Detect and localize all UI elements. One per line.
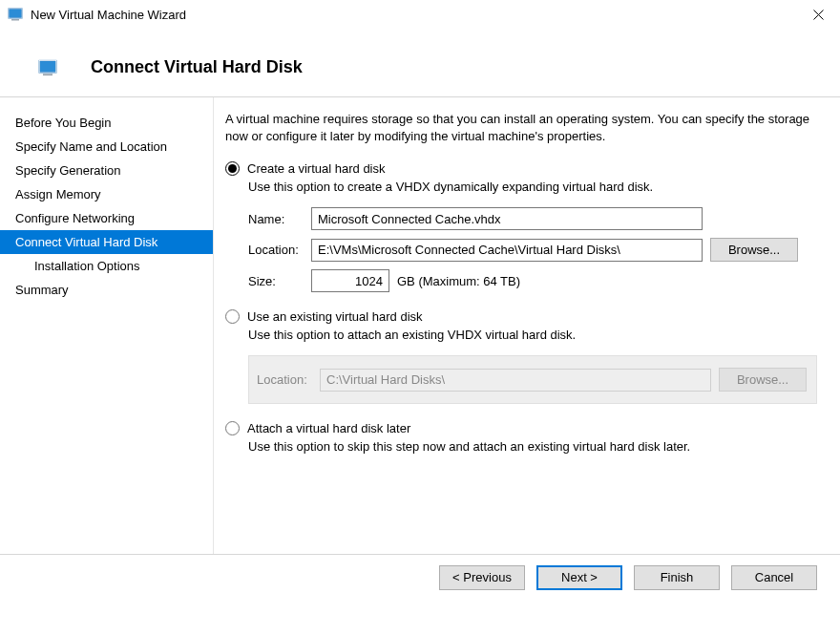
close-button[interactable] bbox=[796, 0, 840, 29]
name-label: Name: bbox=[248, 212, 311, 226]
close-icon bbox=[813, 10, 824, 20]
sidebar-item-0[interactable]: Before You Begin bbox=[0, 111, 213, 135]
name-input[interactable] bbox=[311, 207, 703, 230]
previous-button[interactable]: < Previous bbox=[439, 565, 525, 590]
existing-location-label: Location: bbox=[257, 372, 320, 387]
sidebar-item-7[interactable]: Summary bbox=[0, 278, 213, 302]
option-existing-vhd-desc: Use this option to attach an existing VH… bbox=[248, 328, 817, 342]
wizard-footer: < Previous Next > Finish Cancel bbox=[0, 554, 840, 600]
radio-existing-vhd[interactable] bbox=[225, 309, 240, 324]
titlebar: New Virtual Machine Wizard bbox=[0, 0, 840, 29]
cancel-button[interactable]: Cancel bbox=[731, 565, 817, 590]
wizard-content: A virtual machine requires storage so th… bbox=[214, 97, 840, 554]
size-label: Size: bbox=[248, 274, 311, 288]
app-icon bbox=[8, 7, 23, 22]
svg-rect-7 bbox=[43, 74, 52, 75]
sidebar-item-6[interactable]: Installation Options bbox=[0, 254, 213, 278]
svg-rect-0 bbox=[9, 9, 22, 18]
sidebar-item-5[interactable]: Connect Virtual Hard Disk bbox=[0, 230, 213, 254]
existing-location-input bbox=[320, 369, 711, 392]
radio-existing-vhd-label: Use an existing virtual hard disk bbox=[247, 309, 423, 324]
radio-attach-later[interactable] bbox=[225, 421, 240, 435]
finish-button[interactable]: Finish bbox=[634, 565, 720, 590]
create-vhd-form: Name: Location: Browse... Size: GB (Maxi… bbox=[248, 207, 817, 292]
option-attach-later[interactable]: Attach a virtual hard disk later bbox=[225, 421, 817, 435]
svg-rect-5 bbox=[39, 60, 56, 73]
svg-rect-2 bbox=[11, 19, 19, 21]
sidebar-item-3[interactable]: Assign Memory bbox=[0, 182, 213, 206]
wizard-body: Before You BeginSpecify Name and Locatio… bbox=[0, 97, 840, 554]
next-button[interactable]: Next > bbox=[536, 565, 622, 590]
sidebar-item-2[interactable]: Specify Generation bbox=[0, 159, 213, 182]
header-icon bbox=[38, 58, 57, 77]
existing-browse-button: Browse... bbox=[719, 368, 807, 392]
intro-text: A virtual machine requires storage so th… bbox=[225, 111, 817, 144]
option-attach-later-desc: Use this option to skip this step now an… bbox=[248, 439, 817, 454]
radio-attach-later-label: Attach a virtual hard disk later bbox=[247, 421, 410, 435]
option-create-vhd[interactable]: Create a virtual hard disk bbox=[225, 161, 817, 176]
location-label: Location: bbox=[248, 243, 311, 257]
existing-vhd-form: Location: Browse... bbox=[248, 355, 817, 404]
size-input[interactable] bbox=[311, 269, 389, 292]
sidebar-item-4[interactable]: Configure Networking bbox=[0, 206, 213, 230]
option-create-vhd-desc: Use this option to create a VHDX dynamic… bbox=[248, 180, 817, 194]
wizard-sidebar: Before You BeginSpecify Name and Locatio… bbox=[0, 97, 214, 554]
size-unit-text: GB (Maximum: 64 TB) bbox=[397, 274, 520, 288]
sidebar-item-1[interactable]: Specify Name and Location bbox=[0, 135, 213, 159]
option-existing-vhd[interactable]: Use an existing virtual hard disk bbox=[225, 309, 817, 324]
page-heading: Connect Virtual Hard Disk bbox=[91, 57, 303, 77]
radio-create-vhd[interactable] bbox=[225, 161, 240, 176]
radio-create-vhd-label: Create a virtual hard disk bbox=[247, 161, 386, 176]
location-input[interactable] bbox=[311, 239, 703, 262]
window-title: New Virtual Machine Wizard bbox=[31, 8, 186, 22]
browse-button[interactable]: Browse... bbox=[710, 238, 798, 262]
wizard-header: Connect Virtual Hard Disk bbox=[0, 29, 840, 97]
